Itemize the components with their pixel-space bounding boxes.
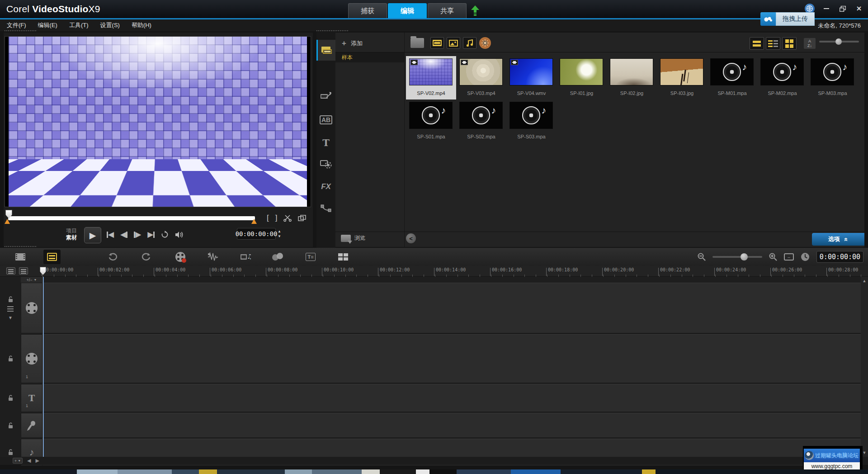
- category-sample[interactable]: 样本: [335, 52, 404, 62]
- taskbar-window-sliver[interactable]: [312, 469, 362, 474]
- timecode-spinner[interactable]: ▲▼: [277, 228, 282, 240]
- library-item[interactable]: ♪SP-M02.mpa: [757, 56, 807, 100]
- menu-item[interactable]: 编辑(E): [38, 21, 57, 29]
- menu-item[interactable]: 工具(T): [69, 21, 89, 29]
- auto-music-button[interactable]: ♫: [237, 250, 254, 264]
- taskbar-window-sliver[interactable]: [199, 469, 217, 474]
- unlock-icon[interactable]: [8, 422, 14, 429]
- clip-mode-toggle[interactable]: 素材: [66, 234, 77, 241]
- preview-timecode[interactable]: 00:00:00:00: [237, 228, 276, 240]
- voice-track-header[interactable]: [21, 413, 42, 438]
- scroll-right-arrow[interactable]: ▶: [35, 458, 39, 464]
- playhead-line[interactable]: [43, 277, 43, 457]
- unlock-icon[interactable]: [8, 356, 14, 362]
- split-screen-template-button[interactable]: [335, 250, 352, 264]
- library-item[interactable]: SP-V03.mp4: [456, 56, 506, 100]
- taskbar-window-sliver[interactable]: [118, 469, 172, 474]
- taskbar-window-sliver[interactable]: [362, 469, 380, 474]
- subtitle-editor-button[interactable]: T≡: [302, 250, 319, 264]
- volume-button[interactable]: [175, 231, 184, 238]
- filter-audio-button[interactable]: [463, 37, 476, 49]
- options-button[interactable]: 选项«: [812, 233, 864, 246]
- track-add-remove-toolbar[interactable]: +/−▼: [21, 277, 42, 283]
- video-track-header[interactable]: [21, 283, 42, 333]
- view-thumbnail-button[interactable]: [782, 37, 797, 50]
- trim-end-handle[interactable]: [251, 219, 257, 224]
- library-item[interactable]: ♪SP-S01.mpa: [406, 100, 456, 143]
- scroll-up-button[interactable]: ▲: [861, 278, 868, 284]
- taskbar-window-sliver[interactable]: [416, 469, 429, 474]
- ruler-track[interactable]: 00:00:00:0000:00:02:0000:00:04:0000:00:0…: [42, 266, 862, 277]
- redo-button[interactable]: [138, 250, 155, 264]
- library-item[interactable]: SP-I01.jpg: [557, 56, 607, 100]
- library-zoom-slider[interactable]: [819, 41, 859, 43]
- menu-item[interactable]: 文件(F): [7, 21, 26, 29]
- overlay-track-content[interactable]: [42, 334, 861, 383]
- filter-photo-button[interactable]: [447, 37, 460, 49]
- taskbar-window-sliver[interactable]: [656, 469, 868, 474]
- add-category-button[interactable]: + 添加: [342, 39, 363, 48]
- library-item[interactable]: ♪SP-S03.mpa: [506, 100, 557, 143]
- undo-button[interactable]: [104, 250, 121, 264]
- preview-video[interactable]: [5, 36, 311, 207]
- drag-upload-badge[interactable]: 拖拽上传: [760, 12, 815, 26]
- filter-video-button[interactable]: [430, 37, 444, 49]
- taskbar-window-sliver[interactable]: [0, 469, 77, 474]
- minimize-button[interactable]: [822, 5, 831, 13]
- play-button[interactable]: ▶: [84, 227, 101, 243]
- mode-tab-捕获[interactable]: 捕获: [348, 3, 387, 18]
- timeline-zoom-out-icon[interactable]: [697, 252, 706, 261]
- overlay-track-header[interactable]: 1: [21, 334, 42, 383]
- browse-button[interactable]: 浏览: [341, 234, 365, 242]
- timeline-zoom-slider[interactable]: [712, 256, 762, 258]
- title-track-content[interactable]: [42, 384, 861, 412]
- library-item[interactable]: SP-V02.mp4: [406, 56, 456, 100]
- nav-media-button[interactable]: [316, 40, 335, 61]
- library-item[interactable]: SP-I03.jpg: [657, 56, 707, 100]
- enlarge-preview-icon[interactable]: [298, 215, 306, 222]
- nav-motion-path-button[interactable]: [316, 198, 335, 219]
- voice-track-content[interactable]: [42, 413, 861, 438]
- video-track-content[interactable]: [42, 283, 861, 333]
- taskbar-window-sliver[interactable]: [561, 469, 642, 474]
- sort-az-button[interactable]: AZ↓: [804, 38, 816, 49]
- title-track-header[interactable]: T1: [21, 384, 42, 412]
- project-mode-toggle[interactable]: 项目: [66, 228, 77, 234]
- timeline-zoom-knob[interactable]: [741, 253, 748, 261]
- sound-mixer-button[interactable]: [204, 250, 222, 264]
- library-item[interactable]: ♪SP-M01.mpa: [707, 56, 757, 100]
- timeline-timecode[interactable]: 0:00:00:00: [816, 251, 863, 263]
- next-frame-button[interactable]: ▶: [134, 230, 141, 239]
- menu-item[interactable]: 设置(S): [100, 21, 120, 29]
- share-upload-arrow-icon[interactable]: [470, 5, 480, 16]
- taskbar-sliver[interactable]: [0, 469, 868, 474]
- library-item[interactable]: ♪SP-S02.mpa: [456, 100, 506, 143]
- taskbar-window-sliver[interactable]: [642, 469, 656, 474]
- taskbar-window-sliver[interactable]: [172, 469, 199, 474]
- library-item[interactable]: ♪SP-M03.mpa: [807, 56, 858, 100]
- track-list-icon[interactable]: [7, 306, 14, 312]
- mode-tab-共享[interactable]: 共享: [428, 3, 467, 18]
- nav-instant-project-button[interactable]: [316, 86, 335, 107]
- ripple-edit-icon[interactable]: [19, 267, 28, 275]
- expand-tracks-icon[interactable]: ▼: [8, 315, 13, 320]
- storyboard-view-button[interactable]: [12, 250, 29, 264]
- timeline-hscrollbar[interactable]: +▼ ◀ ▶: [0, 457, 868, 465]
- nav-transition-button[interactable]: AB: [316, 109, 335, 130]
- taskbar-window-sliver[interactable]: [457, 469, 511, 474]
- record-capture-button[interactable]: [172, 250, 189, 264]
- go-start-button[interactable]: ◀: [107, 230, 114, 239]
- mode-tab-编辑[interactable]: 编辑: [388, 3, 427, 18]
- nav-filter-button[interactable]: FX: [316, 176, 335, 197]
- view-large-button[interactable]: [750, 37, 764, 50]
- mark-out-button[interactable]: ]: [275, 213, 278, 223]
- restore-button[interactable]: [838, 5, 847, 13]
- gallery-wheel-icon[interactable]: [479, 37, 491, 49]
- taskbar-window-sliver[interactable]: [380, 469, 416, 474]
- motion-tracking-button[interactable]: [269, 250, 287, 264]
- library-item[interactable]: SP-V04.wmv: [506, 56, 557, 100]
- split-clip-icon[interactable]: [283, 214, 292, 222]
- nav-graphic-button[interactable]: [316, 154, 335, 175]
- taskbar-window-sliver[interactable]: [429, 469, 457, 474]
- taskbar-window-sliver[interactable]: [285, 469, 312, 474]
